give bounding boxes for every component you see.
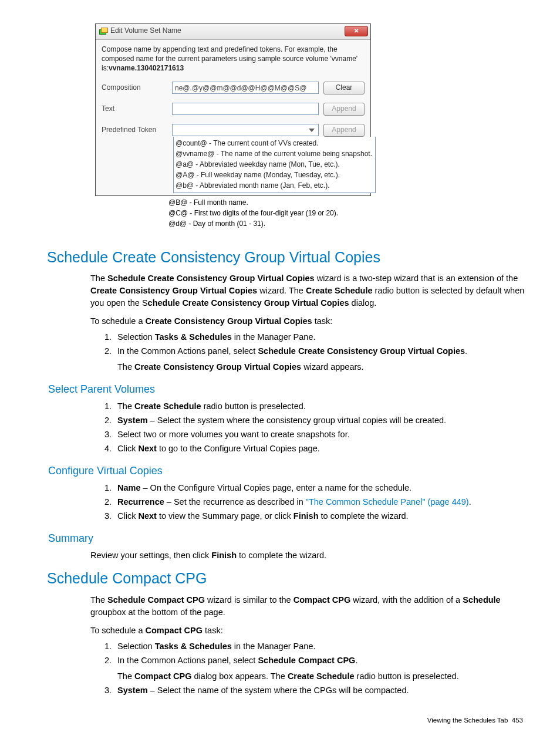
app-icon bbox=[99, 27, 107, 35]
close-icon[interactable]: ✕ bbox=[345, 26, 368, 36]
ordered-list: Selection Tasks & Schedules in the Manag… bbox=[97, 640, 528, 697]
composition-row: Composition Clear bbox=[102, 82, 365, 94]
list-item[interactable]: @b@ - Abbreviated month name (Jan, Feb, … bbox=[176, 180, 373, 191]
list-item: Name – On the Configure Virtual Copies p… bbox=[114, 482, 528, 494]
token-combobox[interactable] bbox=[172, 124, 319, 136]
list-item: System – Select the name of the system w… bbox=[114, 684, 528, 697]
heading-schedule-compact-cpg: Schedule Compact CPG bbox=[47, 568, 528, 589]
list-item: @d@ - Day of month (01 - 31). bbox=[168, 218, 367, 229]
text-row: Text Append bbox=[102, 103, 365, 116]
list-item: Click Next to go to the Configure Virtua… bbox=[114, 443, 528, 455]
list-item: Recurrence – Set the recurrence as descr… bbox=[114, 496, 528, 508]
heading-summary: Summary bbox=[48, 531, 528, 546]
list-item[interactable]: @a@ - Abbreviated weekday name (Mon, Tue… bbox=[176, 159, 373, 170]
list-item: Selection Tasks & Schedules in the Manag… bbox=[114, 331, 528, 343]
list-item: System – Select the system where the con… bbox=[114, 414, 528, 427]
token-dropdown-list[interactable]: @count@ - The current count of VVs creat… bbox=[173, 137, 376, 193]
list-item: Select two or more volumes you want to c… bbox=[114, 428, 528, 441]
list-item[interactable]: @A@ - Full weekday name (Monday, Tuesday… bbox=[176, 170, 373, 180]
dialog-title-text: Edit Volume Set Name bbox=[110, 26, 345, 36]
list-item[interactable]: @count@ - The current count of VVs creat… bbox=[176, 138, 373, 148]
composition-input[interactable] bbox=[172, 82, 319, 94]
clear-button[interactable]: Clear bbox=[323, 82, 365, 94]
ordered-list: Selection Tasks & Schedules in the Manag… bbox=[97, 331, 528, 373]
dialog-screenshot: Edit Volume Set Name ✕ Compose name by a… bbox=[95, 23, 528, 230]
common-schedule-panel-link[interactable]: "The Common Schedule Panel" (page 449) bbox=[306, 497, 469, 507]
paragraph: Review your settings, then click Finish … bbox=[90, 549, 528, 562]
list-item: In the Common Actions panel, select Sche… bbox=[114, 345, 528, 373]
page-footer: Viewing the Schedules Tab 453 bbox=[48, 715, 528, 725]
ordered-list: The Create Schedule radio button is pres… bbox=[97, 400, 528, 455]
heading-select-parent-volumes: Select Parent Volumes bbox=[48, 382, 528, 397]
ordered-list: Name – On the Configure Virtual Copies p… bbox=[97, 482, 528, 522]
heading-schedule-consistency-group: Schedule Create Consistency Group Virtua… bbox=[47, 247, 528, 268]
list-item: In the Common Actions panel, select Sche… bbox=[114, 654, 528, 683]
dialog-description: Compose name by appending text and prede… bbox=[102, 45, 365, 73]
edit-volume-set-name-dialog: Edit Volume Set Name ✕ Compose name by a… bbox=[95, 23, 371, 196]
text-label: Text bbox=[102, 104, 167, 114]
composition-label: Composition bbox=[102, 83, 167, 93]
dialog-titlebar: Edit Volume Set Name ✕ bbox=[96, 24, 370, 40]
append-text-button[interactable]: Append bbox=[323, 103, 365, 116]
list-item: Selection Tasks & Schedules in the Manag… bbox=[114, 640, 528, 653]
append-token-button[interactable]: Append bbox=[323, 124, 365, 137]
list-item: The Create Schedule radio button is pres… bbox=[114, 400, 528, 413]
text-input[interactable] bbox=[172, 103, 319, 115]
token-row: Predefined Token Append bbox=[102, 124, 365, 137]
list-item: @B@ - Full month name. bbox=[168, 197, 367, 208]
heading-configure-virtual-copies: Configure Virtual Copies bbox=[48, 463, 528, 478]
list-item[interactable]: @vvname@ - The name of the current volum… bbox=[176, 148, 373, 159]
paragraph: To schedule a Create Consistency Group V… bbox=[90, 315, 528, 328]
paragraph: The Schedule Compact CPG wizard is simil… bbox=[90, 594, 528, 619]
list-item: @C@ - First two digits of the four-digit… bbox=[168, 208, 367, 218]
paragraph: The Schedule Create Consistency Group Vi… bbox=[90, 272, 528, 309]
token-label: Predefined Token bbox=[102, 125, 167, 135]
paragraph: To schedule a Compact CPG task: bbox=[90, 625, 528, 637]
chevron-down-icon bbox=[309, 129, 315, 132]
list-item: Click Next to view the Summary page, or … bbox=[114, 510, 528, 522]
token-overflow-list: @B@ - Full month name. @C@ - First two d… bbox=[167, 196, 369, 230]
